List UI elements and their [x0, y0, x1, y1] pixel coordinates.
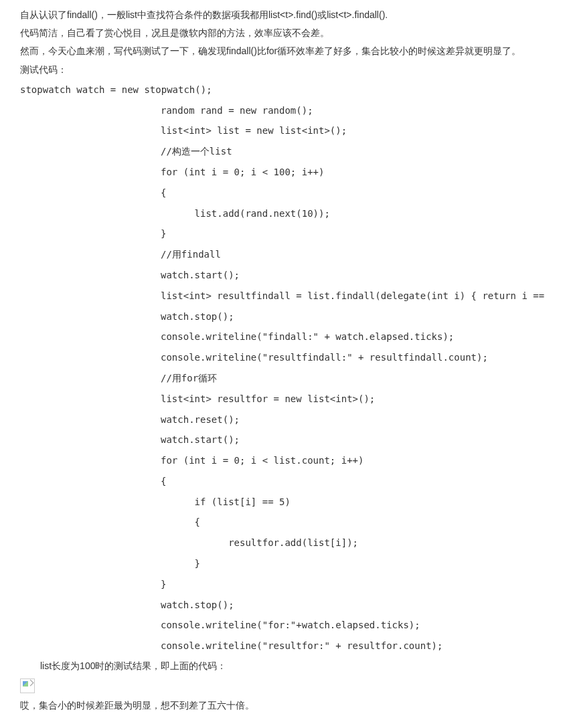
code-line-24: } [20, 553, 549, 574]
code-line-12: watch.stop(); [20, 306, 549, 327]
code-line-25: } [20, 574, 549, 595]
code-line-21: if (list[i] == 5) [20, 492, 549, 513]
code-line-08: } [20, 223, 549, 244]
code-line-01: stopwatch watch = new stopwatch(); [20, 80, 549, 100]
code-line-23: resultfor.add(list[i]); [20, 533, 549, 553]
code-line-27: console.writeline("for:"+watch.elapsed.t… [20, 615, 549, 636]
broken-image-icon [20, 678, 35, 693]
code-line-22: { [20, 512, 549, 533]
code-line-10: watch.start(); [20, 265, 549, 286]
code-line-03: list<int> list = new list<int>(); [20, 120, 549, 141]
code-line-18: watch.start(); [20, 430, 549, 450]
intro-p4: 测试代码： [20, 62, 549, 78]
code-line-14: console.writeline("resultfindall:" + res… [20, 347, 549, 368]
code-line-13: console.writeline("findall:" + watch.ela… [20, 327, 549, 347]
code-line-04: //构造一个list [20, 141, 549, 162]
code-line-28: console.writeline("resultfor:" + resultf… [20, 636, 549, 656]
code-line-09: //用findall [20, 244, 549, 265]
code-line-15: //用for循环 [20, 368, 549, 389]
code-line-19: for (int i = 0; i < list.count; i++) [20, 450, 549, 471]
intro-p3: 然而，今天心血来潮，写代码测试了一下，确发现findall()比for循环效率差… [20, 43, 549, 60]
outro-p2: 哎，集合小的时候差距最为明显，想不到差了五六十倍。 [20, 697, 549, 714]
code-line-20: { [20, 471, 549, 492]
code-line-07: list.add(rand.next(10)); [20, 203, 549, 224]
outro-p1: list长度为100时的测试结果，即上面的代码： [20, 658, 549, 674]
intro-p1: 自从认识了findall()，一般list中查找符合条件的数据项我都用list<… [20, 7, 549, 23]
code-line-26: watch.stop(); [20, 595, 549, 616]
code-line-05: for (int i = 0; i < 100; i++) [20, 162, 549, 183]
code-line-17: watch.reset(); [20, 410, 549, 430]
code-line-02: random rand = new random(); [20, 100, 549, 121]
code-line-11: list<int> resultfindall = list.findall(d… [20, 286, 549, 306]
code-line-06: { [20, 183, 549, 203]
intro-p2: 代码简洁，自己看了赏心悦目，况且是微软内部的方法，效率应该不会差。 [20, 25, 549, 41]
code-line-16: list<int> resultfor = new list<int>(); [20, 389, 549, 410]
